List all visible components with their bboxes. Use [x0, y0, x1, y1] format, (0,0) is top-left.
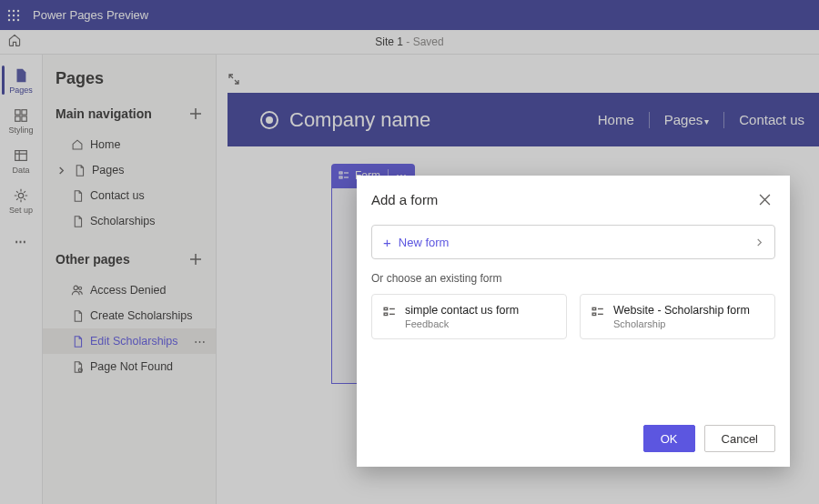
svg-rect-20: [384, 307, 388, 309]
cancel-button[interactable]: Cancel: [704, 425, 775, 452]
svg-rect-22: [592, 307, 596, 309]
ok-button[interactable]: OK: [643, 425, 695, 452]
svg-rect-21: [384, 313, 388, 315]
svg-rect-23: [592, 313, 596, 315]
choose-existing-label: Or choose an existing form: [371, 272, 775, 285]
form-card-subtitle: Feedback: [405, 318, 519, 329]
plus-icon: +: [383, 235, 391, 250]
new-form-label: New form: [399, 236, 450, 249]
add-form-modal: Add a form + New form Or choose an exist…: [357, 176, 790, 467]
chevron-right-icon: [755, 238, 763, 247]
form-card-title: Website - Scholarship form: [613, 304, 750, 317]
new-form-button[interactable]: + New form: [371, 225, 775, 259]
form-icon: [592, 306, 604, 329]
form-icon: [383, 306, 396, 329]
modal-title: Add a form: [371, 192, 438, 207]
close-button[interactable]: [753, 188, 775, 210]
existing-form-card[interactable]: Website - Scholarship form Scholarship: [580, 294, 775, 339]
form-card-subtitle: Scholarship: [613, 318, 750, 329]
existing-form-card[interactable]: simple contact us form Feedback: [371, 294, 567, 339]
form-card-title: simple contact us form: [405, 304, 519, 317]
